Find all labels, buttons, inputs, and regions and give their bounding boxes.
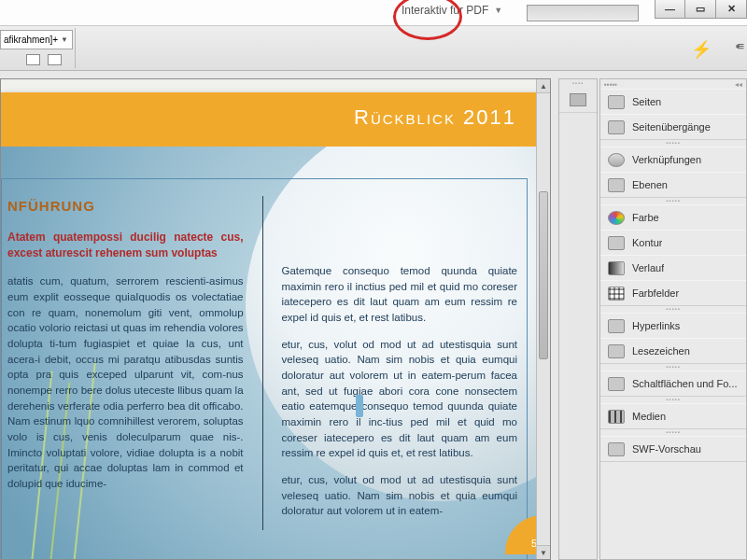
quick-apply-icon[interactable]: ⚡ xyxy=(691,39,712,60)
body-text: atatis cum, quatum, serrorem rescienti-a… xyxy=(7,273,244,491)
swf-preview-icon xyxy=(608,442,625,456)
search-input[interactable] xyxy=(527,5,639,21)
workspace-label: Interaktiv für PDF xyxy=(402,4,488,17)
stroke-icon xyxy=(608,236,625,250)
panel-ebenen[interactable]: Ebenen xyxy=(600,172,746,197)
body-text: etur, cus, volut od mod ut ad utestisqui… xyxy=(281,337,517,461)
panel-verknuepfungen[interactable]: Verknüpfungen xyxy=(600,147,746,172)
page-transitions-icon xyxy=(608,120,625,134)
buttons-forms-icon xyxy=(608,377,625,391)
grip-icon[interactable]: ▪▪▪▪▪ xyxy=(600,140,746,147)
fit-content-icon[interactable] xyxy=(26,54,40,65)
object-target-label: afikrahmen]+ xyxy=(4,35,58,45)
grip-icon[interactable]: ▪▪▪▪ xyxy=(559,79,597,87)
object-target-dropdown[interactable]: afikrahmen]+ ▼ xyxy=(0,30,73,49)
panel-lesezeichen[interactable]: Lesezeichen xyxy=(600,338,746,363)
maximize-button[interactable]: ▭ xyxy=(685,0,716,19)
scroll-thumb[interactable] xyxy=(539,191,548,359)
chevron-down-icon: ▼ xyxy=(494,6,502,15)
gradient-icon xyxy=(608,261,625,275)
panel-farbe[interactable]: Farbe xyxy=(600,204,746,230)
panel-swf-vorschau[interactable]: SWF-Vorschau xyxy=(600,436,746,461)
panel-seitenuebergaenge[interactable]: Seitenübergänge xyxy=(600,114,746,139)
scroll-down-icon[interactable]: ▼ xyxy=(537,545,550,559)
panel-verlauf[interactable]: Verlauf xyxy=(600,255,746,280)
body-text: Gatemque consequo temod quunda quiate ma… xyxy=(281,263,517,326)
workspace-switcher[interactable]: Interaktiv für PDF ▼ xyxy=(402,4,502,17)
minimize-button[interactable]: — xyxy=(655,0,685,19)
grip-icon[interactable]: ▪▪▪▪▪ xyxy=(600,306,746,313)
column-rule xyxy=(262,196,263,530)
vertical-scrollbar[interactable]: ▲ ▼ xyxy=(536,79,550,559)
grip-icon[interactable]: ▪▪▪▪▪ xyxy=(600,429,746,436)
text-frame[interactable]: NFÜHRUNG Atatem quatempossi ducilig nate… xyxy=(1,178,528,560)
media-icon xyxy=(608,410,625,424)
header-band: Rückblick 2011 xyxy=(1,92,544,147)
grip-icon[interactable]: ▪▪▪▪▪ xyxy=(600,397,746,403)
color-icon xyxy=(608,211,625,225)
pages-icon xyxy=(608,95,625,109)
layers-icon xyxy=(608,178,625,192)
scroll-up-icon[interactable]: ▲ xyxy=(537,79,550,93)
collapse-dock-icon[interactable]: ◂◂ xyxy=(735,80,742,89)
grip-icon[interactable]: ▪▪▪▪▪ xyxy=(600,364,746,371)
lead-paragraph: Atatem quatempossi ducilig natecte cus, … xyxy=(7,230,244,261)
swatches-icon xyxy=(608,287,625,301)
collapsed-panel-rail: ▪▪▪▪ xyxy=(558,78,598,560)
panel-farbfelder[interactable]: Farbfelder xyxy=(600,280,746,305)
panel-hyperlinks[interactable]: Hyperlinks xyxy=(600,313,746,338)
panel-kontur[interactable]: Kontur xyxy=(600,230,746,255)
grip-icon[interactable]: ▪▪▪▪▪ xyxy=(604,80,617,89)
panel-dock: ▪▪▪▪▪◂◂ Seiten Seitenübergänge ▪▪▪▪▪ Ver… xyxy=(599,78,747,560)
bookmarks-icon xyxy=(608,344,625,358)
overset-text-indicator[interactable] xyxy=(356,395,363,417)
page[interactable]: Rückblick 2011 NFÜHRUNG Atatem quatempos… xyxy=(1,92,544,560)
links-icon xyxy=(608,153,625,167)
panel-medien[interactable]: Medien xyxy=(600,403,746,428)
hyperlinks-icon xyxy=(608,319,625,333)
panel-schaltflaechen[interactable]: Schaltflächen und Fo... xyxy=(600,371,746,396)
rail-item[interactable] xyxy=(559,87,597,113)
document-canvas[interactable]: Rückblick 2011 NFÜHRUNG Atatem quatempos… xyxy=(0,78,551,560)
separator xyxy=(75,28,76,68)
chevron-down-icon: ▼ xyxy=(61,35,68,44)
fit-frame-icon[interactable] xyxy=(48,54,62,65)
grip-icon[interactable]: ▪▪▪▪▪ xyxy=(600,198,746,204)
close-button[interactable]: ✕ xyxy=(716,0,747,19)
page-title: Rückblick 2011 xyxy=(354,105,516,130)
section-heading: NFÜHRUNG xyxy=(7,196,244,217)
pages-icon xyxy=(570,93,586,106)
panel-options-icon[interactable]: ▪≡ xyxy=(736,39,741,53)
panel-seiten[interactable]: Seiten xyxy=(600,89,746,114)
body-text: etur, cus, volut od mod ut ad utestisqui… xyxy=(281,472,517,519)
